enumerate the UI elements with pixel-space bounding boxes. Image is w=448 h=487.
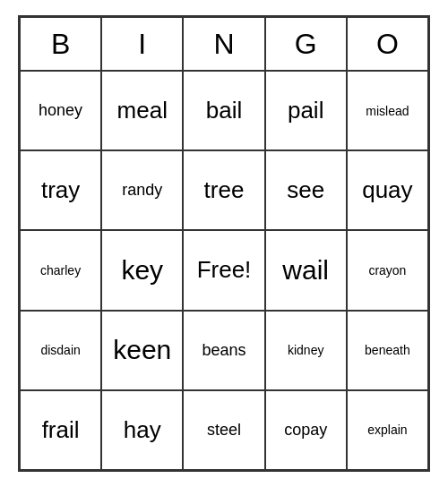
cell-r4-c2: keen bbox=[101, 311, 183, 390]
cell-r3-c1: charley bbox=[20, 230, 101, 310]
cell-text: pail bbox=[288, 97, 323, 124]
cell-text: see bbox=[287, 176, 324, 204]
cell-text: mislead bbox=[366, 104, 409, 118]
cell-text: randy bbox=[122, 181, 162, 200]
cell-text: crayon bbox=[368, 263, 406, 278]
cell-text: explain bbox=[367, 423, 407, 437]
cell-text: key bbox=[121, 255, 163, 286]
cell-r4-c1: disdain bbox=[20, 311, 101, 390]
cell-r1-c4: pail bbox=[265, 71, 347, 150]
bingo-card: B I N G O honeymealbailpailmisleadtrayra… bbox=[18, 15, 430, 472]
cell-r5-c1: frail bbox=[20, 390, 101, 470]
cell-text: quay bbox=[362, 176, 412, 204]
cell-text: frail bbox=[42, 416, 80, 444]
cell-r2-c3: tree bbox=[183, 150, 264, 230]
cell-r1-c2: meal bbox=[101, 71, 183, 150]
cell-r2-c2: randy bbox=[101, 150, 183, 230]
cell-text: tree bbox=[204, 176, 245, 204]
cell-r1-c3: bail bbox=[183, 71, 264, 150]
cell-r1-c1: honey bbox=[20, 71, 101, 150]
cell-r4-c5: beneath bbox=[347, 311, 428, 390]
cell-r1-c5: mislead bbox=[347, 71, 428, 150]
cell-text: tray bbox=[41, 176, 80, 204]
cell-r4-c3: beans bbox=[183, 311, 264, 390]
cell-r5-c5: explain bbox=[347, 390, 428, 470]
cell-r2-c4: see bbox=[265, 150, 347, 230]
cell-r5-c4: copay bbox=[265, 390, 347, 470]
cell-text: keen bbox=[113, 335, 171, 365]
cell-r3-c3: Free! bbox=[183, 230, 264, 310]
header-o: O bbox=[347, 17, 428, 71]
cell-text: meal bbox=[117, 97, 168, 124]
cell-text: hay bbox=[124, 416, 161, 444]
cell-text: kidney bbox=[288, 343, 323, 357]
cell-r3-c4: wail bbox=[265, 230, 347, 310]
cell-text: copay bbox=[284, 421, 327, 440]
cell-r3-c2: key bbox=[101, 230, 183, 310]
cell-text: bail bbox=[206, 97, 242, 124]
cell-r2-c1: tray bbox=[20, 150, 101, 230]
cell-text: charley bbox=[40, 263, 81, 278]
cell-text: honey bbox=[39, 101, 82, 120]
header-i: I bbox=[101, 17, 183, 71]
cell-r2-c5: quay bbox=[347, 150, 428, 230]
cell-r5-c2: hay bbox=[101, 390, 183, 470]
cell-text: disdain bbox=[40, 343, 80, 357]
cell-r5-c3: steel bbox=[183, 390, 264, 470]
cell-r4-c4: kidney bbox=[265, 311, 347, 390]
header-b: B bbox=[20, 17, 101, 71]
cell-text: wail bbox=[282, 255, 329, 286]
header-g: G bbox=[265, 17, 347, 71]
cell-text: beneath bbox=[365, 343, 410, 357]
header-n: N bbox=[183, 17, 264, 71]
cell-text: Free! bbox=[197, 256, 252, 284]
cell-text: beans bbox=[202, 341, 246, 360]
cell-text: steel bbox=[207, 421, 241, 440]
cell-r3-c5: crayon bbox=[347, 230, 428, 310]
